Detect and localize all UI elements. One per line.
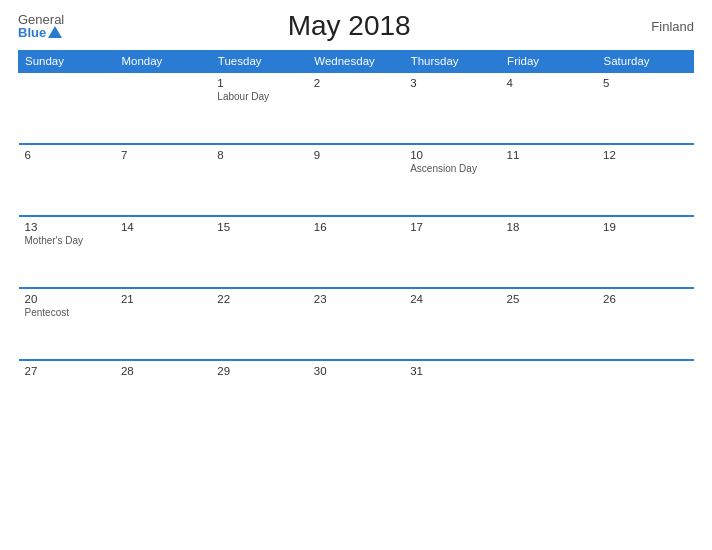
day-number: 31 xyxy=(410,365,494,377)
header-wednesday: Wednesday xyxy=(308,51,404,73)
day-number: 18 xyxy=(507,221,591,233)
day-number: 20 xyxy=(25,293,109,305)
logo-general-text: General xyxy=(18,13,64,26)
header: General Blue May 2018 Finland xyxy=(18,10,694,42)
table-row: 9 xyxy=(308,144,404,216)
day-number: 4 xyxy=(507,77,591,89)
table-row: 25 xyxy=(501,288,597,360)
day-number: 16 xyxy=(314,221,398,233)
country-label: Finland xyxy=(634,19,694,34)
table-row: 27 xyxy=(19,360,115,432)
calendar-week-row: 1Labour Day2345 xyxy=(19,72,694,144)
header-thursday: Thursday xyxy=(404,51,500,73)
weekday-header-row: Sunday Monday Tuesday Wednesday Thursday… xyxy=(19,51,694,73)
day-number: 12 xyxy=(603,149,687,161)
table-row: 31 xyxy=(404,360,500,432)
day-number: 9 xyxy=(314,149,398,161)
day-number: 1 xyxy=(217,77,301,89)
table-row: 24 xyxy=(404,288,500,360)
table-row: 28 xyxy=(115,360,211,432)
day-number: 24 xyxy=(410,293,494,305)
table-row: 8 xyxy=(211,144,307,216)
logo: General Blue xyxy=(18,13,64,40)
table-row: 6 xyxy=(19,144,115,216)
calendar-week-row: 678910Ascension Day1112 xyxy=(19,144,694,216)
day-number: 19 xyxy=(603,221,687,233)
day-number: 6 xyxy=(25,149,109,161)
day-number: 21 xyxy=(121,293,205,305)
table-row xyxy=(19,72,115,144)
table-row: 15 xyxy=(211,216,307,288)
table-row: 7 xyxy=(115,144,211,216)
holiday-name: Ascension Day xyxy=(410,163,494,174)
day-number: 13 xyxy=(25,221,109,233)
table-row: 4 xyxy=(501,72,597,144)
table-row: 12 xyxy=(597,144,693,216)
table-row: 2 xyxy=(308,72,404,144)
day-number: 10 xyxy=(410,149,494,161)
day-number: 30 xyxy=(314,365,398,377)
holiday-name: Mother's Day xyxy=(25,235,109,246)
header-monday: Monday xyxy=(115,51,211,73)
holiday-name: Pentecost xyxy=(25,307,109,318)
table-row: 13Mother's Day xyxy=(19,216,115,288)
calendar-week-row: 2728293031 xyxy=(19,360,694,432)
day-number: 2 xyxy=(314,77,398,89)
day-number: 17 xyxy=(410,221,494,233)
day-number: 11 xyxy=(507,149,591,161)
table-row: 26 xyxy=(597,288,693,360)
day-number: 23 xyxy=(314,293,398,305)
table-row: 10Ascension Day xyxy=(404,144,500,216)
day-number: 7 xyxy=(121,149,205,161)
table-row: 29 xyxy=(211,360,307,432)
logo-triangle-icon xyxy=(48,26,62,38)
table-row: 23 xyxy=(308,288,404,360)
table-row: 5 xyxy=(597,72,693,144)
day-number: 5 xyxy=(603,77,687,89)
day-number: 25 xyxy=(507,293,591,305)
calendar-week-row: 20Pentecost212223242526 xyxy=(19,288,694,360)
table-row xyxy=(501,360,597,432)
table-row: 18 xyxy=(501,216,597,288)
table-row: 22 xyxy=(211,288,307,360)
holiday-name: Labour Day xyxy=(217,91,301,102)
day-number: 14 xyxy=(121,221,205,233)
table-row: 20Pentecost xyxy=(19,288,115,360)
day-number: 3 xyxy=(410,77,494,89)
table-row: 17 xyxy=(404,216,500,288)
table-row: 19 xyxy=(597,216,693,288)
table-row: 14 xyxy=(115,216,211,288)
table-row: 16 xyxy=(308,216,404,288)
table-row: 21 xyxy=(115,288,211,360)
calendar-week-row: 13Mother's Day141516171819 xyxy=(19,216,694,288)
calendar-page: General Blue May 2018 Finland Sunday Mon… xyxy=(0,0,712,550)
table-row xyxy=(115,72,211,144)
day-number: 28 xyxy=(121,365,205,377)
day-number: 29 xyxy=(217,365,301,377)
header-sunday: Sunday xyxy=(19,51,115,73)
calendar-table: Sunday Monday Tuesday Wednesday Thursday… xyxy=(18,50,694,432)
table-row: 3 xyxy=(404,72,500,144)
table-row xyxy=(597,360,693,432)
header-tuesday: Tuesday xyxy=(211,51,307,73)
day-number: 15 xyxy=(217,221,301,233)
table-row: 30 xyxy=(308,360,404,432)
header-friday: Friday xyxy=(501,51,597,73)
header-saturday: Saturday xyxy=(597,51,693,73)
day-number: 26 xyxy=(603,293,687,305)
table-row: 1Labour Day xyxy=(211,72,307,144)
day-number: 22 xyxy=(217,293,301,305)
calendar-title: May 2018 xyxy=(64,10,634,42)
day-number: 8 xyxy=(217,149,301,161)
logo-blue-text: Blue xyxy=(18,26,46,39)
table-row: 11 xyxy=(501,144,597,216)
day-number: 27 xyxy=(25,365,109,377)
